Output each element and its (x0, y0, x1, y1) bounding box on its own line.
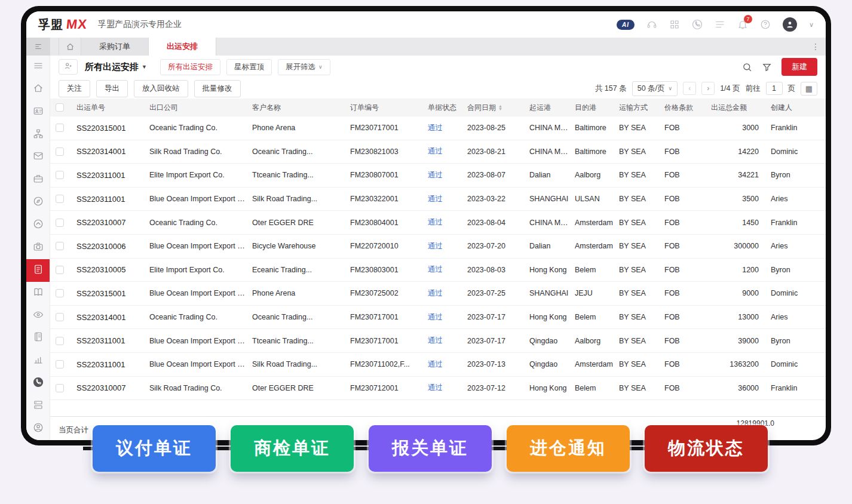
cell-doc-status[interactable]: 通过 (423, 288, 462, 299)
sort-icon[interactable]: ▲▼ (498, 105, 502, 110)
action-button[interactable]: 导出 (96, 80, 128, 97)
cell-doc-status[interactable]: 通过 (423, 241, 462, 251)
tab-overflow-menu[interactable]: ⋮ (811, 42, 820, 51)
sidebar-item-camera[interactable] (26, 236, 50, 259)
action-button[interactable]: 批量修改 (194, 80, 241, 97)
row-checkbox[interactable] (56, 124, 64, 132)
row-checkbox[interactable] (56, 337, 64, 345)
tab-active[interactable]: 出运安排 (149, 38, 216, 56)
cell-doc-status[interactable]: 通过 (423, 265, 462, 275)
cell-doc-status[interactable]: 通过 (423, 194, 462, 204)
action-button[interactable]: 放入回收站 (134, 80, 188, 97)
row-checkbox[interactable] (56, 289, 64, 297)
row-checkbox[interactable] (56, 313, 64, 321)
column-header[interactable]: 合同日期▲▼ (462, 103, 525, 113)
cell-doc-status[interactable]: 通过 (423, 123, 462, 133)
filter-chip[interactable]: 展开筛选∨ (278, 59, 330, 75)
home-tab-button[interactable] (59, 38, 81, 56)
help-icon[interactable] (760, 19, 771, 30)
cell-doc-status[interactable]: 通过 (423, 146, 462, 156)
row-checkbox[interactable] (56, 266, 64, 274)
user-avatar[interactable] (783, 17, 797, 32)
flow-button[interactable]: 进仓通知 (507, 425, 630, 472)
column-header[interactable]: 创建人 (766, 103, 826, 113)
sidebar-toggle-button[interactable] (26, 38, 50, 56)
sidebar-item-user-circle[interactable] (26, 417, 50, 440)
sidebar-item-server[interactable] (26, 395, 50, 417)
flow-button[interactable]: 议付单证 (93, 425, 216, 472)
column-header[interactable]: 单据状态 (423, 103, 462, 113)
sidebar-item-notebook[interactable] (26, 327, 50, 350)
column-header[interactable]: 订单编号 (345, 103, 423, 113)
table-row[interactable]: SS220311001Elite Import Export Co.Ttcean… (50, 164, 826, 188)
column-header[interactable]: 客户名称 (247, 103, 345, 113)
flow-button[interactable]: 商检单证 (231, 425, 354, 472)
table-row[interactable]: SS220315001Blue Ocean Import Export Co.P… (50, 282, 826, 306)
table-row[interactable]: SS220314001Oceanic Trading Co.Oceanic Tr… (50, 306, 826, 330)
sidebar-item-compass[interactable] (26, 191, 50, 214)
row-checkbox[interactable] (56, 384, 64, 392)
table-row[interactable]: SS220310006Blue Ocean Import Export Co.B… (50, 235, 826, 259)
row-checkbox[interactable] (56, 195, 64, 203)
sidebar-item-chart[interactable] (26, 349, 50, 372)
filter-chip[interactable]: 星标置顶 (226, 59, 272, 75)
column-header[interactable]: 出运总金额 (706, 103, 766, 113)
view-title-dropdown[interactable]: 所有出运安排 ▼ (85, 62, 147, 73)
column-settings-button[interactable]: ▦ (801, 82, 817, 96)
list-icon[interactable] (715, 19, 725, 30)
action-button[interactable]: 关注 (59, 80, 90, 97)
table-row[interactable]: SS220310007Oceanic Trading Co.Oter EGGER… (50, 211, 826, 235)
cell-doc-status[interactable]: 通过 (423, 312, 462, 322)
bell-button[interactable]: 7 (737, 19, 748, 30)
sidebar-item-contact-card[interactable] (26, 101, 50, 124)
select-all-checkbox[interactable] (56, 103, 64, 112)
row-checkbox[interactable] (56, 219, 64, 227)
sidebar-item-phone[interactable] (26, 372, 50, 395)
column-header[interactable]: 出口公司 (145, 103, 247, 113)
cell-doc-status[interactable]: 通过 (423, 336, 462, 346)
row-checkbox[interactable] (56, 242, 64, 250)
page-size-select[interactable]: 50 条/页 ∨ (632, 81, 678, 96)
sidebar-item-briefcase[interactable] (26, 168, 50, 191)
row-checkbox[interactable] (56, 147, 64, 156)
funnel-icon[interactable] (762, 62, 772, 72)
column-header[interactable]: 出运单号 (72, 103, 145, 113)
filter-chip[interactable]: 所有出运安排 (160, 59, 220, 75)
sidebar-item-circle-arrow[interactable] (26, 214, 50, 236)
table-row[interactable]: SS220311001Blue Ocean Import Export Co.S… (50, 353, 826, 377)
headset-icon[interactable] (646, 19, 657, 30)
phone-icon[interactable] (692, 19, 703, 30)
sidebar-item-eye[interactable] (26, 305, 50, 327)
apps-grid-icon[interactable] (669, 19, 680, 30)
column-header[interactable]: 运输方式 (614, 103, 660, 113)
chevron-down-icon[interactable]: ∨ (809, 21, 814, 29)
flow-button[interactable]: 报关单证 (369, 425, 492, 472)
column-header[interactable]: 目的港 (570, 103, 614, 113)
table-row[interactable]: SS220314001Silk Road Trading Co.Oceanic … (50, 140, 826, 164)
search-icon[interactable] (742, 62, 752, 72)
sidebar-item-home[interactable] (26, 78, 50, 101)
table-row[interactable]: SS220315001Oceanic Trading Co.Phone Aren… (50, 116, 826, 140)
flow-button[interactable]: 物流状态 (645, 425, 768, 472)
sidebar-item-shipping-doc[interactable] (26, 259, 50, 282)
next-page-button[interactable]: › (701, 82, 715, 95)
sidebar-item-org-chart[interactable] (26, 124, 50, 146)
sidebar-item-book[interactable] (26, 282, 50, 305)
cell-doc-status[interactable]: 通过 (423, 359, 462, 370)
ai-badge[interactable]: AI (617, 20, 635, 30)
table-row[interactable]: SS220311001Blue Ocean Import Export Co.S… (50, 188, 826, 211)
table-row[interactable]: SS220311001Blue Ocean Import Export Co.T… (50, 329, 826, 353)
prev-page-button[interactable]: ‹ (683, 82, 696, 95)
sidebar-item-menu[interactable] (26, 56, 50, 78)
new-record-button[interactable]: 新建 (781, 58, 817, 76)
table-row[interactable]: SS220310007Silk Road Trading Co.Oter EGG… (50, 377, 826, 401)
column-header[interactable]: 起运港 (525, 103, 570, 113)
table-row[interactable]: SS220310005Elite Import Export Co.Eceani… (50, 259, 826, 282)
tab-inactive[interactable]: 采购订单 (81, 38, 149, 56)
cell-doc-status[interactable]: 通过 (423, 170, 462, 180)
row-checkbox[interactable] (56, 171, 64, 179)
user-filter-button[interactable] (59, 59, 78, 75)
goto-page-input[interactable] (766, 82, 783, 95)
column-header[interactable]: 价格条款 (660, 103, 706, 113)
sidebar-item-mail[interactable] (26, 146, 50, 169)
